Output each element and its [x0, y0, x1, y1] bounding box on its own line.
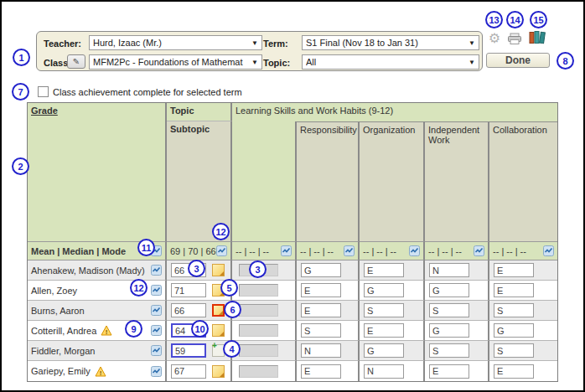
skill-input[interactable]	[494, 343, 534, 358]
skill-cell	[489, 281, 557, 301]
subtopic-achievement-cell	[232, 281, 297, 301]
callout-12: 12	[212, 223, 230, 240]
subtopic-achievement-cell	[232, 321, 297, 341]
skill-input[interactable]	[301, 343, 341, 358]
skill-input[interactable]	[429, 364, 469, 379]
grade-sort-link[interactable]: Grade	[31, 106, 58, 116]
skill-input[interactable]	[429, 283, 469, 297]
class-select-value: MFM2Pc - Foundations of Mathemat	[93, 57, 243, 67]
skill-input[interactable]	[494, 364, 534, 379]
skill-cell	[297, 301, 360, 321]
achievement-chart-icon[interactable]	[409, 245, 420, 256]
term-label: Term:	[263, 39, 288, 49]
class-achievement-checkbox[interactable]	[38, 86, 49, 97]
note-alert-icon[interactable]	[212, 304, 225, 317]
skill-cell	[360, 341, 425, 361]
skill-input[interactable]	[301, 323, 341, 338]
disabled-achievement-field	[239, 284, 278, 297]
summary-no-data: -- | -- | --	[363, 246, 396, 256]
teacher-select[interactable]: Hurd, Izaac (Mr.) ▼	[89, 35, 262, 50]
edit-class-button[interactable]: ✎	[67, 54, 85, 69]
achievement-chart-icon[interactable]	[344, 245, 355, 256]
subtopic-achievement-cell	[232, 301, 297, 321]
achievement-chart-icon[interactable]	[151, 345, 162, 356]
achievement-chart-icon[interactable]	[151, 285, 162, 296]
skill-input[interactable]	[301, 263, 341, 277]
skill-input[interactable]	[301, 303, 341, 317]
callout-7: 7	[12, 83, 29, 101]
chevron-down-icon: ▼	[249, 59, 258, 66]
skill-cell	[297, 321, 360, 341]
note-icon[interactable]	[212, 324, 225, 337]
grade-column-header: Grade	[28, 103, 167, 242]
grade-input[interactable]	[171, 364, 206, 379]
achievement-chart-icon[interactable]	[543, 245, 554, 256]
warning-icon: !	[101, 325, 112, 336]
skill-input[interactable]	[364, 263, 404, 277]
callout-13: 13	[485, 11, 503, 28]
summary-organization-cell: -- | -- | --	[360, 242, 425, 260]
achievement-chart-icon[interactable]	[216, 245, 227, 256]
books-icon[interactable]	[528, 30, 546, 44]
note-icon[interactable]	[212, 264, 225, 276]
class-select[interactable]: MFM2Pc - Foundations of Mathemat ▼	[89, 54, 262, 70]
callout-5: 5	[220, 279, 238, 297]
grade-cell	[167, 341, 232, 361]
note-icon[interactable]	[212, 365, 225, 378]
skill-input[interactable]	[429, 303, 469, 317]
skill-cell	[297, 260, 360, 281]
subtopic-achievement-cell	[232, 341, 297, 361]
skill-input[interactable]	[364, 364, 404, 379]
grade-input[interactable]	[171, 343, 206, 358]
skill-input[interactable]	[494, 303, 534, 317]
summary-responsibility-cell: -- | -- | --	[297, 242, 360, 260]
gradebook-screen: Teacher: Hurd, Izaac (Mr.) ▼ Term: S1 Fi…	[0, 0, 585, 392]
achievement-chart-icon[interactable]	[151, 265, 162, 276]
disabled-achievement-field	[239, 324, 278, 337]
chevron-down-icon: ▼	[466, 59, 475, 66]
callout-15: 15	[530, 11, 547, 28]
printer-icon[interactable]	[505, 32, 524, 46]
skill-input[interactable]	[364, 283, 404, 297]
skill-header-organization: Organization	[360, 121, 425, 242]
achievement-chart-icon[interactable]	[151, 325, 162, 336]
achievement-chart-icon[interactable]	[474, 245, 484, 256]
grade-input[interactable]	[171, 303, 206, 317]
skill-input[interactable]	[494, 323, 534, 338]
skill-input[interactable]	[429, 323, 469, 338]
skill-input[interactable]	[364, 303, 404, 317]
skill-header-collaboration: Collaboration	[489, 121, 557, 242]
skill-cell	[425, 301, 489, 321]
skill-input[interactable]	[364, 343, 404, 358]
skill-input[interactable]	[494, 283, 534, 297]
skill-cell	[297, 281, 360, 301]
student-name: Ahenakew, Madison (Mady)	[31, 266, 145, 276]
student-name: Burns, Aaron	[31, 306, 85, 316]
topic-select[interactable]: All ▼	[302, 54, 479, 70]
skill-input[interactable]	[429, 343, 469, 358]
achievement-chart-icon[interactable]	[151, 366, 162, 377]
subtopic-achievement-cell	[232, 361, 297, 381]
skill-cell	[489, 321, 557, 341]
student-name: Gariepy, Emily	[31, 366, 91, 376]
skill-cell	[297, 341, 360, 361]
grade-input[interactable]	[171, 283, 206, 297]
disabled-achievement-field	[239, 365, 278, 378]
skill-input[interactable]	[364, 323, 404, 338]
gear-icon[interactable]: ⚙	[485, 31, 504, 45]
student-name-cell: Burns, Aaron	[28, 301, 167, 321]
summary-independent-work-cell: -- | -- | --	[425, 242, 489, 260]
skill-input[interactable]	[301, 283, 341, 297]
skill-input[interactable]	[301, 364, 341, 379]
skill-input[interactable]	[429, 263, 469, 277]
callout-3: 3	[249, 260, 267, 278]
teacher-label: Teacher:	[44, 39, 81, 49]
callout-2: 2	[12, 157, 29, 175]
achievement-chart-icon[interactable]	[151, 305, 162, 316]
term-select[interactable]: S1 Final (Nov 18 to Jan 31) ▼	[302, 35, 479, 50]
achievement-chart-icon[interactable]	[281, 245, 292, 256]
done-button[interactable]: Done	[486, 53, 550, 68]
svg-text:!: !	[99, 369, 101, 376]
skill-input[interactable]	[494, 263, 534, 277]
subtopic-achievement-column	[232, 121, 297, 242]
